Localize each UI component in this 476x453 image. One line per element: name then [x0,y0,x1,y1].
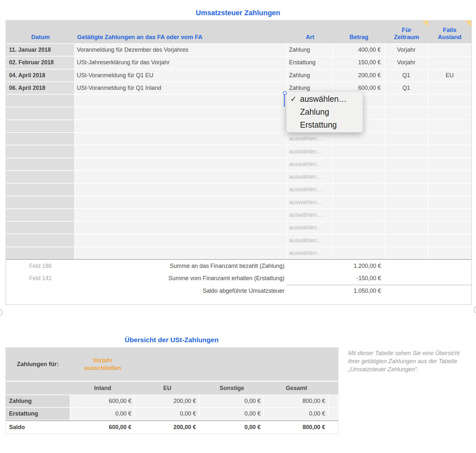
t1-cell-zeitraum[interactable] [385,184,428,195]
header-beschreibung[interactable]: Getätigte Zahlungen an das FA oder vom F… [75,21,287,43]
dropdown-item-auswaehlen[interactable]: ✓ auswählen… [286,92,363,105]
art-dropdown-menu[interactable]: ✓ auswählen… Zahlung Erstattung [286,91,363,132]
t1-cell-ausland[interactable] [428,209,471,221]
t1-cell-beschreibung[interactable] [75,209,286,221]
t2-cell-label[interactable]: Zahlung [6,395,70,407]
t1-cell-datum[interactable] [6,120,74,132]
t1-cell-zeitraum[interactable] [385,95,428,107]
t1-cell-beschreibung[interactable] [75,158,286,170]
dropdown-item-zahlung[interactable]: Zahlung [286,105,363,118]
t1-cell-zeitraum[interactable] [385,145,428,157]
footer-label-cell[interactable]: Summe vom Finanzamt erhalten (Erstattung… [75,275,286,282]
t2-cell-value[interactable]: 0,00 € [200,395,264,407]
t1-cell-beschreibung[interactable] [75,247,286,259]
t1-cell-datum[interactable]: 02. Februar 2018 [6,57,74,68]
t1-cell-art[interactable]: auswählen… [287,234,332,246]
t1-cell-ausland[interactable] [428,95,471,107]
subheader-inland[interactable]: Inland [70,382,135,395]
dropdown-item-erstattung[interactable]: Erstattung [286,118,363,131]
footer-amount-cell[interactable]: -150,00 € [333,275,385,282]
t1-cell-datum[interactable]: 11. Januar 2018 [6,44,74,56]
footer-amount-cell[interactable]: 1.200,00 € [333,263,385,269]
t1-cell-art[interactable]: auswählen… [287,184,332,195]
t1-cell-art[interactable]: auswählen… [287,209,332,221]
t2-cell-value[interactable]: 0,00 € [135,408,199,420]
footer-label-cell[interactable]: Summe an das Finanzamt bezahlt (Zahlung) [75,263,286,269]
t1-cell-datum[interactable]: 06. April 2018 [6,82,74,94]
t1-cell-zeitraum[interactable] [385,120,428,132]
t2-cell-value[interactable]: 600,00 € [70,395,134,407]
t1-cell-datum[interactable] [6,222,74,234]
t1-cell-betrag[interactable]: 400,00 € [333,44,384,56]
t1-cell-datum[interactable] [6,184,74,195]
t1-cell-zeitraum[interactable] [385,234,428,246]
t1-cell-zeitraum[interactable]: Vorjahr [385,44,428,56]
cell-selection-handle[interactable] [283,91,287,95]
header-betrag[interactable]: Betrag [333,21,385,43]
t1-cell-ausland[interactable] [428,196,471,208]
t1-cell-betrag[interactable] [333,184,384,195]
header-ausland[interactable]: Falls Ausland [435,21,464,43]
t1-cell-betrag[interactable] [333,209,384,221]
t1-cell-beschreibung[interactable] [75,171,286,183]
t1-cell-betrag[interactable] [333,158,384,170]
t1-cell-zeitraum[interactable] [385,196,428,208]
footer-feld-cell[interactable]: Feld 141 [6,275,75,282]
t1-cell-ausland[interactable] [428,44,471,56]
t1-cell-datum[interactable] [6,196,74,208]
t1-cell-beschreibung[interactable] [75,107,286,119]
t1-cell-betrag[interactable]: 150,00 € [333,57,384,68]
t1-cell-ausland[interactable] [428,158,471,170]
t1-cell-datum[interactable] [6,107,74,119]
t1-cell-ausland[interactable] [428,133,471,145]
t1-cell-datum[interactable]: 04. April 2018 [6,69,74,81]
t2-cell-value[interactable]: 800,00 € [264,421,328,434]
t1-cell-art[interactable]: Erstattung [287,57,332,68]
t1-cell-zeitraum[interactable] [385,133,428,145]
t1-cell-art[interactable]: Zahlung [287,69,332,81]
t1-cell-datum[interactable] [6,95,74,107]
t1-cell-art[interactable]: auswählen… [287,133,332,145]
t1-cell-beschreibung[interactable] [75,196,286,208]
t1-cell-betrag[interactable] [333,234,384,246]
t1-cell-zeitraum[interactable] [385,222,428,234]
t1-cell-zeitraum[interactable]: Q1 [385,69,428,81]
t1-cell-art[interactable]: auswählen… [287,171,332,183]
t1-cell-datum[interactable] [6,158,74,170]
t1-cell-ausland[interactable] [428,145,471,157]
t1-cell-ausland[interactable] [428,247,471,259]
t1-cell-ausland[interactable] [428,222,471,234]
t1-cell-betrag[interactable] [333,247,384,259]
t2-cell-value[interactable]: 200,00 € [134,421,199,434]
footer-feld-cell[interactable]: Feld 186 [6,263,75,269]
subheader-sonstige[interactable]: Sonstige [200,382,264,395]
t1-cell-betrag[interactable] [333,222,384,234]
object-handle-left[interactable] [0,309,3,316]
footer-label-cell[interactable]: Saldo abgeführte Umsatzsteuer [75,288,286,294]
t1-cell-zeitraum[interactable]: Q1 [385,82,428,94]
t1-cell-beschreibung[interactable] [75,145,286,157]
subheader-eu[interactable]: EU [135,382,200,395]
t1-cell-betrag[interactable] [333,133,384,145]
t1-cell-datum[interactable] [6,145,74,157]
t1-cell-zeitraum[interactable] [385,209,428,221]
header-datum[interactable]: Datum [6,21,75,43]
t1-cell-beschreibung[interactable] [75,133,286,145]
t1-cell-beschreibung[interactable] [75,222,286,234]
subheader-gesamt[interactable]: Gesamt [264,382,329,395]
t1-cell-art[interactable]: Zahlung [287,44,332,56]
t1-cell-ausland[interactable]: EU [428,69,471,81]
t1-cell-art[interactable]: auswählen… [287,247,332,259]
t2-cell-value[interactable]: 200,00 € [135,395,199,407]
t1-cell-ausland[interactable] [428,171,471,183]
object-handle-right[interactable] [474,306,476,314]
t1-cell-beschreibung[interactable] [75,95,286,107]
t1-cell-beschreibung[interactable] [75,234,286,246]
t1-cell-ausland[interactable] [428,107,471,119]
comment-flag-icon[interactable] [422,21,428,27]
t1-cell-betrag[interactable]: 200,00 € [333,69,384,81]
t1-cell-betrag[interactable] [333,196,384,208]
filter-label[interactable]: Zahlungen für: [6,348,70,381]
t1-cell-beschreibung[interactable]: USt-Voranmeldung für Q1 EU [75,69,286,81]
t2-cell-value[interactable]: 0,00 € [200,408,264,420]
